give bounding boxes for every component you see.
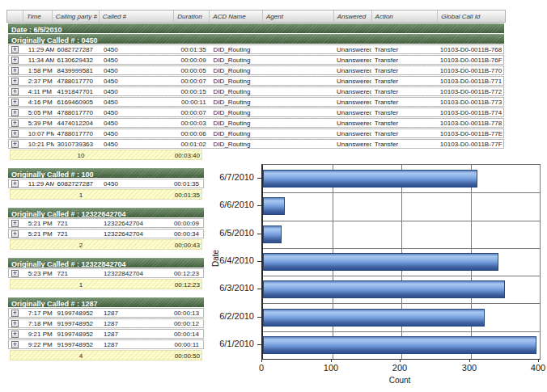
cell-called: 0450: [100, 108, 175, 116]
expand-cell: +: [9, 66, 25, 74]
cell-action: Transfer: [371, 108, 437, 116]
chart-bar: [263, 309, 485, 327]
chart-band-gridline: [263, 248, 540, 249]
table-row: +5:05 PM4788017770045000:00:07DID_Routin…: [8, 107, 504, 117]
chart-bar: [263, 253, 498, 271]
cell-global_id: 10103-D0-0011B-770: [437, 66, 503, 74]
cell-calling: 9199748952: [54, 340, 101, 348]
expand-cell: +: [9, 219, 25, 227]
table-row: +1:58 PM8439999581045000:00:05DID_Routin…: [8, 65, 504, 75]
cell-duration: 00:00:34: [171, 230, 203, 238]
cell-calling: 8439999581: [54, 66, 100, 74]
chart-x-tick: [331, 359, 332, 362]
expand-row-button[interactable]: +: [11, 130, 19, 137]
expand-row-button[interactable]: +: [11, 57, 19, 64]
cell-global_id: 10103-D0-0011B-77E: [437, 129, 503, 137]
expand-row-button[interactable]: +: [11, 99, 19, 106]
cell-answered: Unanswered: [333, 98, 371, 106]
group-header-bar: Originally Called # : 0450: [8, 34, 504, 44]
summary-call-count: 1: [69, 281, 93, 289]
expand-row-button[interactable]: +: [11, 67, 19, 74]
cell-acd: DID_Routing: [210, 98, 263, 106]
cell-acd: DID_Routing: [210, 119, 263, 127]
chart-y-label: 6/7/2010: [204, 172, 254, 182]
cell-duration: 00:01:02: [175, 140, 210, 148]
chart-bar: [263, 336, 536, 354]
cell-action: Transfer: [371, 45, 437, 53]
cell-acd: DID_Routing: [210, 140, 263, 148]
cell-answered: Unanswered: [333, 45, 371, 53]
summary-call-count: 10: [69, 152, 93, 159]
cell-called: 0450: [100, 77, 175, 85]
cell-time: 9:22 PM: [25, 340, 54, 348]
table-row: +5:21 PM7211232264270400:00:34: [8, 229, 204, 238]
chart-bar: [263, 170, 477, 188]
summary-total-duration: 00:03:40: [175, 152, 200, 159]
cell-agent: [263, 98, 333, 106]
expand-row-button[interactable]: +: [11, 46, 19, 53]
expand-cell: +: [9, 140, 25, 148]
expand-row-button[interactable]: +: [11, 220, 19, 227]
expand-row-button[interactable]: +: [11, 88, 19, 95]
cell-time: 11:29 AM: [25, 179, 54, 188]
cell-calling: 4788017770: [54, 108, 100, 116]
expand-row-button[interactable]: +: [11, 320, 19, 327]
expand-row-button[interactable]: +: [11, 78, 19, 85]
cell-agent: [263, 140, 333, 148]
cell-duration: 00:00:06: [175, 129, 210, 137]
table-row: +7:18 PM9199748952128700:00:12: [8, 318, 204, 328]
cell-calling: 9199748952: [54, 319, 101, 327]
cell-calling: 3010739363: [54, 140, 100, 148]
cell-called: 12322642704: [100, 219, 171, 227]
cell-acd: DID_Routing: [210, 77, 263, 85]
table-row: +5:23 PM7211232284270400:12:23: [8, 268, 204, 278]
table-row: +4:16 PM6169460905045000:00:11DID_Routin…: [8, 97, 504, 107]
cell-time: 10:07 PM: [25, 129, 54, 137]
summary-call-count: 1: [69, 192, 93, 199]
chart-bar: [263, 226, 282, 243]
cell-agent: [263, 129, 333, 137]
expand-cell: +: [9, 230, 25, 238]
expand-row-button[interactable]: +: [11, 120, 19, 127]
group-summary-row: 400:00:50: [10, 350, 202, 360]
expand-row-button[interactable]: +: [11, 180, 19, 188]
chart-x-tick: [400, 359, 401, 362]
chart-y-axis-title: Date: [211, 244, 220, 273]
expand-row-button[interactable]: +: [11, 141, 19, 148]
expand-row-button[interactable]: +: [11, 230, 19, 238]
chart-x-tick: [261, 359, 262, 362]
cell-global_id: 10103-D0-0011B-76F: [437, 56, 503, 64]
expand-cell: +: [9, 56, 25, 64]
group-rows: +5:21 PM7211232264270400:00:09+5:21 PM72…: [8, 218, 206, 238]
expand-row-button[interactable]: +: [11, 331, 19, 338]
expand-row-button[interactable]: +: [11, 341, 19, 348]
cell-called: 12322642704: [100, 230, 171, 238]
expand-cell: +: [9, 129, 25, 137]
expand-cell: +: [9, 319, 25, 327]
cell-time: 5:39 PM: [25, 119, 54, 127]
table-row: +5:21 PM7211232264270400:00:09: [8, 218, 204, 228]
cell-time: 7:18 PM: [25, 319, 54, 327]
cell-duration: 00:00:09: [171, 219, 203, 227]
chart-band-gridline: [263, 331, 540, 332]
chart-y-label: 6/1/2010: [204, 339, 254, 348]
expand-row-button[interactable]: +: [11, 109, 19, 116]
chart-x-tick: [538, 359, 539, 362]
cell-action: Transfer: [371, 119, 437, 127]
cell-called: 0450: [100, 129, 175, 137]
cell-called: 1287: [100, 319, 171, 327]
cell-calling: 9199748952: [54, 330, 101, 338]
table-row: +11:34 AM6130629432045000:00:09DID_Routi…: [8, 55, 504, 65]
group-block: Date : 6/5/2010Originally Called # : 045…: [6, 23, 506, 160]
cell-called: 0450: [100, 45, 175, 53]
column-header-agent: Agent: [263, 11, 334, 22]
cell-answered: Unanswered: [333, 77, 371, 85]
chart-y-label: 6/6/2010: [204, 200, 254, 209]
expand-cell: +: [9, 309, 25, 317]
chart-x-tick-label: 400: [522, 363, 547, 373]
expand-row-button[interactable]: +: [11, 270, 19, 277]
expand-row-button[interactable]: +: [11, 310, 19, 317]
cell-agent: [263, 45, 333, 53]
chart-bar: [263, 197, 285, 215]
group-rows: +11:29 AM6082727287045000:01:35DID_Routi…: [8, 44, 506, 149]
